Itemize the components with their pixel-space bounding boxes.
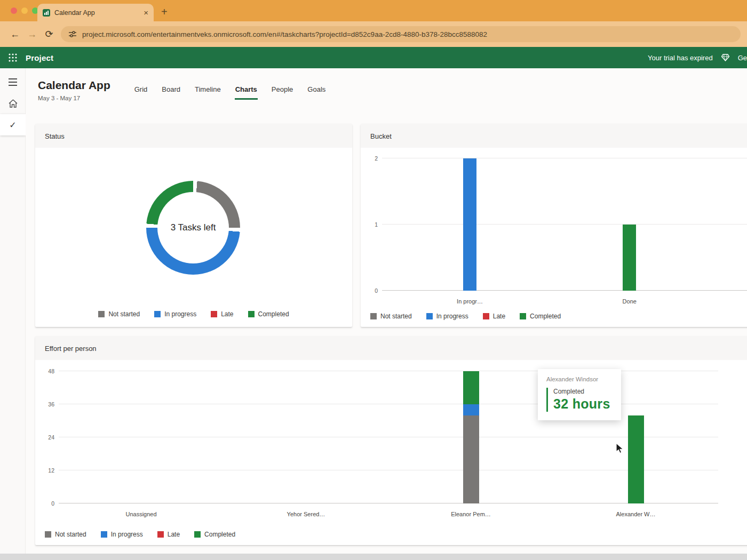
tab-charts[interactable]: Charts <box>235 83 258 100</box>
bar-completed[interactable] <box>628 415 644 503</box>
rail-home-button[interactable] <box>0 93 26 114</box>
app-header: Project Your trial has expired Ge <box>0 47 747 68</box>
tab-timeline[interactable]: Timeline <box>194 83 221 100</box>
tab-board[interactable]: Board <box>161 83 181 100</box>
tooltip-value: 32 hours <box>553 396 610 412</box>
legend-item-in-progress: In progress <box>426 313 468 320</box>
legend-swatch <box>248 311 255 317</box>
x-tick-label: Yehor Sered… <box>287 511 325 517</box>
gridline <box>382 224 747 225</box>
legend-item-late: Late <box>211 310 233 318</box>
bucket-card-header: Bucket <box>361 124 747 148</box>
tooltip-person: Alexander Windsor <box>546 376 613 382</box>
page-title: Calendar App <box>38 79 110 92</box>
bar-completed[interactable] <box>623 225 636 291</box>
legend-item-not-started: Not started <box>98 310 140 318</box>
bucket-card-title: Bucket <box>370 132 392 140</box>
browser-tab-strip: Calendar App × + <box>0 0 747 21</box>
x-tick-label: Unassigned <box>125 511 156 517</box>
forward-icon[interactable]: → <box>23 26 41 43</box>
date-range: May 3 - May 17 <box>38 95 110 101</box>
gridline <box>59 437 718 437</box>
project-title-block: Calendar App May 3 - May 17 <box>38 79 110 101</box>
legend-swatch <box>154 311 161 317</box>
mouse-cursor <box>615 443 625 457</box>
legend-item-not-started: Not started <box>370 313 412 320</box>
view-tabs: GridBoardTimelineChartsPeopleGoals <box>134 83 327 100</box>
reload-icon[interactable]: ⟳ <box>41 26 58 43</box>
bar-in-progress[interactable] <box>463 158 476 291</box>
legend-item-late: Late <box>157 531 180 538</box>
bar-completed[interactable] <box>463 371 479 404</box>
effort-card-title: Effort per person <box>45 345 97 353</box>
legend-swatch <box>157 531 164 538</box>
legend-swatch <box>370 313 377 319</box>
tasks-left-label: 3 Tasks left <box>171 222 216 233</box>
effort-card: Effort per person 012243648UnassignedYeh… <box>35 337 747 545</box>
address-bar[interactable]: project.microsoft.com/entertainmentveks.… <box>61 26 741 42</box>
effort-card-header: Effort per person <box>35 337 747 360</box>
tab-title: Calendar App <box>54 9 139 17</box>
main-content: Calendar App May 3 - May 17 GridBoardTim… <box>26 68 747 554</box>
diamond-icon <box>721 54 729 61</box>
y-tick-label: 24 <box>38 434 54 441</box>
bar-not-started[interactable] <box>463 415 479 503</box>
y-tick-label: 36 <box>38 401 54 407</box>
legend-item-completed: Completed <box>194 531 235 538</box>
x-tick-label: Alexander W… <box>616 511 656 517</box>
x-tick-label: Done <box>623 298 637 305</box>
status-card-title: Status <box>45 132 65 140</box>
close-tab-icon[interactable]: × <box>144 9 148 17</box>
legend-item-late: Late <box>483 313 505 320</box>
legend-item-not-started: Not started <box>45 531 86 538</box>
gridline <box>59 503 718 503</box>
header-truncated-text[interactable]: Ge <box>738 54 747 62</box>
browser-tab[interactable]: Calendar App × <box>37 4 154 21</box>
y-tick-label: 0 <box>38 500 54 507</box>
back-icon[interactable]: ← <box>6 26 23 43</box>
window-controls <box>11 7 38 14</box>
legend-swatch <box>483 313 489 319</box>
home-icon <box>9 99 18 108</box>
tab-people[interactable]: People <box>271 83 293 100</box>
bar-in-progress[interactable] <box>463 404 479 415</box>
rail-menu-button[interactable] <box>0 71 26 93</box>
tooltip-status: Completed <box>553 388 610 395</box>
legend-swatch <box>101 531 107 538</box>
app-launcher-icon[interactable] <box>0 47 26 68</box>
y-tick-label: 12 <box>38 467 54 474</box>
bucket-legend: Not startedIn progressLateCompleted <box>370 313 561 320</box>
status-card: Status 3 Tasks left Not startedIn progre… <box>35 124 352 327</box>
close-window-button[interactable] <box>11 7 17 14</box>
legend-swatch <box>426 313 433 319</box>
legend-swatch <box>194 531 201 538</box>
minimize-window-button[interactable] <box>21 7 28 14</box>
status-donut-chart[interactable]: 3 Tasks left <box>146 181 240 275</box>
legend-item-in-progress: In progress <box>101 531 143 538</box>
legend-swatch <box>520 313 526 319</box>
rail-tasks-button[interactable]: ✓ <box>0 114 26 135</box>
legend-swatch <box>211 311 217 317</box>
chart-tooltip: Alexander Windsor Completed 32 hours <box>538 369 621 420</box>
tab-grid[interactable]: Grid <box>134 83 148 100</box>
legend-item-completed: Completed <box>520 313 561 320</box>
app-brand[interactable]: Project <box>26 53 53 62</box>
gridline <box>59 470 718 470</box>
bucket-chart: 012In progr…Done <box>382 158 747 291</box>
new-tab-button[interactable]: + <box>161 6 168 18</box>
site-settings-icon[interactable] <box>68 30 77 38</box>
x-tick-label: Eleanor Pem… <box>451 511 491 517</box>
left-rail: ✓ <box>0 68 26 554</box>
legend-item-in-progress: In progress <box>154 310 196 318</box>
legend-swatch <box>98 311 105 317</box>
effort-legend: Not startedIn progressLateCompleted <box>45 531 235 538</box>
tab-goals[interactable]: Goals <box>307 83 326 100</box>
browser-toolbar: ← → ⟳ project.microsoft.com/entertainmen… <box>0 21 747 47</box>
gridline <box>382 290 747 291</box>
legend-swatch <box>45 531 51 538</box>
hamburger-icon <box>9 78 17 86</box>
tooltip-accent-bar <box>546 388 548 412</box>
legend-item-completed: Completed <box>248 310 289 318</box>
x-tick-label: In progr… <box>457 298 483 305</box>
bucket-card: Bucket 012In progr…Done Not startedIn pr… <box>361 124 747 327</box>
